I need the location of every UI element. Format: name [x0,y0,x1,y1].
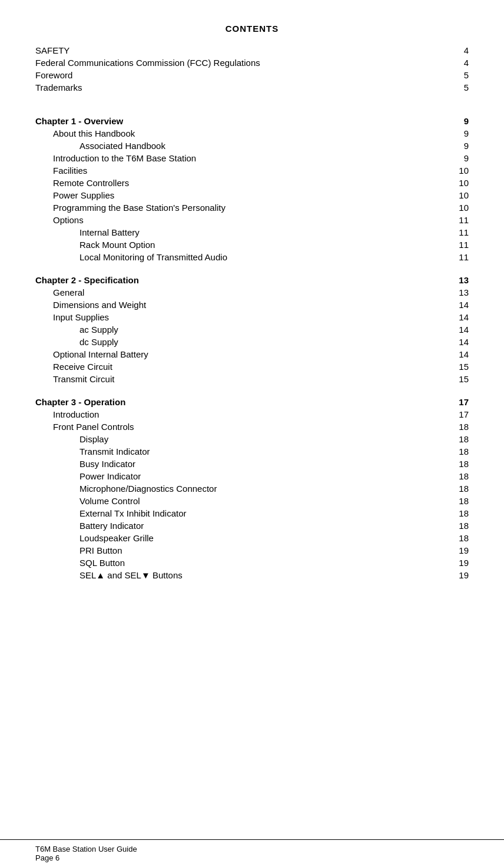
page-title: CONTENTS [35,24,469,34]
chapter-3: Chapter 3 - Operation 17 [35,397,469,407]
subsection-label: Rack Mount Option [79,240,451,250]
subsection-label: Transmit Indicator [79,446,451,456]
chapter-page: 17 [451,397,469,407]
section-label: Dimensions and Weight [53,300,451,310]
section-2-3: Input Supplies 14 [35,312,469,322]
section-label: About this Handbook [53,128,451,138]
subsection-page: 18 [451,471,469,481]
footer: T6M Base Station User Guide Page 6 [0,839,504,867]
section-label: Input Supplies [53,312,451,322]
subsection-page: 14 [451,325,469,335]
section-1-7: Options 11 [35,215,469,225]
subsection-page: 18 [451,508,469,518]
subsection-3-2-11: SQL Button 19 [35,558,469,568]
chapter-page: 13 [451,275,469,285]
chapters-container: Chapter 1 - Overview 9 About this Handbo… [35,105,469,580]
section-page: 10 [451,178,469,188]
section-page: 10 [451,166,469,176]
subsection-page: 11 [451,252,469,262]
toc-entry-page: 4 [451,58,469,68]
subsection-2-3-1: ac Supply 14 [35,325,469,335]
chapter-label: Chapter 2 - Specification [35,275,451,285]
subsection-label: Volume Control [79,496,451,506]
subsection-label: dc Supply [79,337,451,347]
section-label: Options [53,215,451,225]
subsection-label: Battery Indicator [79,521,451,531]
subsection-label: SQL Button [79,558,451,568]
toc-top-entry: Federal Communications Commission (FCC) … [35,58,469,68]
subsection-page: 19 [451,570,469,580]
section-page: 18 [451,422,469,432]
subsection-page: 19 [451,558,469,568]
section-2-1: General 13 [35,287,469,297]
section-page: 14 [451,312,469,322]
section-3-1: Introduction 17 [35,409,469,419]
footer-line2: Page 6 [35,853,469,862]
subsection-1-7-1: Internal Battery 11 [35,227,469,237]
subsection-page: 9 [451,141,469,151]
subsection-page: 18 [451,521,469,531]
toc-entry-label: Trademarks [35,82,451,92]
subsection-page: 11 [451,240,469,250]
chapter-page: 9 [451,116,469,126]
subsection-1-7-2: Rack Mount Option 11 [35,240,469,250]
section-page: 10 [451,190,469,200]
section-label: Optional Internal Battery [53,349,451,359]
subsection-page: 11 [451,227,469,237]
subsection-page: 18 [451,484,469,494]
subsection-page: 18 [451,459,469,469]
section-label: Power Supplies [53,190,451,200]
section-3-2: Front Panel Controls 18 [35,422,469,432]
chapter-label: Chapter 1 - Overview [35,116,451,126]
subsection-label: Associated Handbook [79,141,451,151]
page-content: CONTENTS SAFETY 4 Federal Communications… [0,0,504,630]
section-page: 11 [451,215,469,225]
toc-entry-label: Foreword [35,70,451,80]
footer-line1: T6M Base Station User Guide [35,845,469,853]
subsection-3-2-2: Transmit Indicator 18 [35,446,469,456]
subsection-page: 18 [451,446,469,456]
subsection-page: 18 [451,496,469,506]
subsection-1-1-1: Associated Handbook 9 [35,141,469,151]
chapter-2: Chapter 2 - Specification 13 [35,275,469,285]
subsection-3-2-5: Microphone/Diagnostics Connector 18 [35,484,469,494]
toc-entry-page: 5 [451,82,469,92]
section-1-4: Remote Controllers 10 [35,178,469,188]
section-1-1: About this Handbook 9 [35,128,469,138]
section-1-6: Programming the Base Station's Personali… [35,203,469,213]
section-label: General [53,287,451,297]
section-page: 15 [451,374,469,384]
section-1-3: Facilities 10 [35,166,469,176]
subsection-2-3-2: dc Supply 14 [35,337,469,347]
section-page: 15 [451,362,469,372]
section-label: Facilities [53,166,451,176]
toc-entry-page: 5 [451,70,469,80]
section-2-4: Optional Internal Battery 14 [35,349,469,359]
subsection-3-2-7: External Tx Inhibit Indicator 18 [35,508,469,518]
toc-entry-page: 4 [451,45,469,55]
subsection-label: ac Supply [79,325,451,335]
section-label: Remote Controllers [53,178,451,188]
subsection-label: Internal Battery [79,227,451,237]
toc-entry-label: SAFETY [35,45,451,55]
chapter-1: Chapter 1 - Overview 9 [35,116,469,126]
section-page: 9 [451,128,469,138]
section-page: 14 [451,349,469,359]
subsection-label: Microphone/Diagnostics Connector [79,484,451,494]
subsection-3-2-6: Volume Control 18 [35,496,469,506]
section-page: 14 [451,300,469,310]
subsection-label: Display [79,434,451,444]
section-2-5: Receive Circuit 15 [35,362,469,372]
subsection-3-2-8: Battery Indicator 18 [35,521,469,531]
section-page: 10 [451,203,469,213]
toc-entry-label: Federal Communications Commission (FCC) … [35,58,451,68]
toc-top-entry: Trademarks 5 [35,82,469,92]
section-page: 17 [451,409,469,419]
toc-top-entry: SAFETY 4 [35,45,469,55]
section-label: Transmit Circuit [53,374,451,384]
chapter-label: Chapter 3 - Operation [35,397,451,407]
subsection-label: Local Monitoring of Transmitted Audio [79,252,451,262]
section-2-6: Transmit Circuit 15 [35,374,469,384]
subsection-3-2-9: Loudspeaker Grille 18 [35,533,469,543]
section-label: Front Panel Controls [53,422,451,432]
